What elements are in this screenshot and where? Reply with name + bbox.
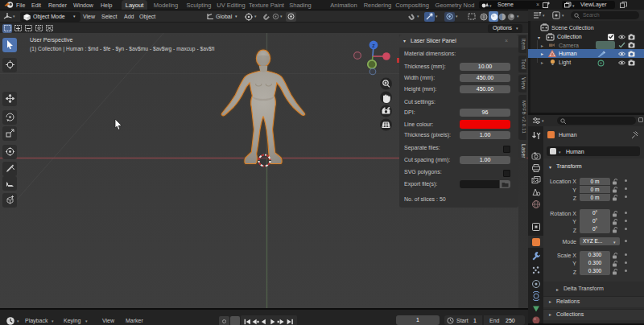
svg-text:z: z — [372, 43, 375, 48]
